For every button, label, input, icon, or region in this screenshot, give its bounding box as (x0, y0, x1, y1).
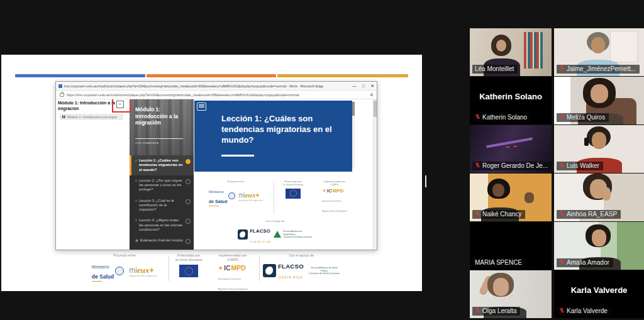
apoyo-label: Con el apoyo de (263, 253, 340, 258)
participant-tile-karla[interactable]: Karla Valverde Karla Valverde (554, 270, 644, 318)
slide-logos-block: Proyecto entre Ministerio de Salud (194, 180, 357, 245)
browser-urlbar[interactable]: https://lms.mcpmed-t.edu.au/mod/scorm/pl… (56, 91, 377, 99)
participant-display-name: Katherin Solano (470, 92, 552, 101)
edge-browser-window: lms.mcpmed-t.edu.au/mod/scorm/player.php… (55, 81, 377, 250)
participant-tile-jaime[interactable]: Jaime_JiménezPernett... (554, 28, 644, 76)
implementado-label: Implementado porICMPD (313, 180, 357, 187)
participant-name-label: Naiké Chancy (472, 210, 525, 219)
participant-name-label: Roger Gerardo De Je... (472, 162, 552, 170)
lock-icon (60, 93, 64, 97)
sco-icon: ❚❚ (62, 115, 65, 118)
slide-scrollbar[interactable] (352, 102, 355, 168)
lms-index-item-label: Módulo 1: Introducción a la migra... (67, 115, 119, 119)
lesson-item-4[interactable]: ≡ Lección 4: ¿Migran todas las personas … (130, 215, 194, 235)
participant-tile-ainhoa[interactable]: Ainhoa RA_EASP (554, 174, 644, 221)
lesson-icon: ≡ (135, 158, 137, 163)
course-header-photo: Módulo 1: Introducción a la migración 17… (130, 99, 194, 155)
participant-tile-maria[interactable]: MARIA SPENCE (470, 222, 552, 270)
ministerio-seal-icon (115, 267, 124, 275)
easp-logo: Escuela Andaluza de Salud Pública Consej… (274, 230, 312, 238)
participant-gallery: Léa Monteillet Jaime_JiménezPernett... K… (470, 28, 644, 320)
lesson-icon: ≡ (135, 199, 137, 203)
financiado-label: Financiado porla Unión Europea (279, 180, 308, 187)
url-text[interactable]: https://lms.mcpmed-t.edu.au/mod/scorm/pl… (67, 93, 370, 97)
participant-display-name: Karla Valverde (554, 285, 644, 295)
logo-divider (169, 256, 169, 281)
lesson-status-dot (186, 219, 191, 224)
easp-triangle-icon (274, 231, 281, 238)
implementado-label: Implementado porICMPD (209, 253, 257, 262)
muted-mic-icon (475, 211, 480, 218)
lesson-title: Lección 4: ¿Migran todas las personas en… (139, 218, 184, 232)
participant-name-label: Olga Leralta (472, 307, 520, 316)
participant-name-label: Meliza Quiros (557, 113, 609, 122)
lesson-item-2[interactable]: ≡ Lección 2: ¿Por qué migran las persona… (130, 175, 194, 196)
course-sidebar: Módulo 1: Introducción a la migración 17… (130, 99, 194, 250)
window-title: lms.mcpmed-t.edu.au/mod/scorm/player.php… (64, 84, 348, 88)
maximize-icon[interactable]: □ (362, 84, 365, 88)
muted-mic-icon (559, 307, 565, 315)
participant-tile-meliza[interactable]: Meliza Quiros (554, 77, 644, 124)
flacso-logo: FLACSOCOSTA RICA (238, 224, 271, 245)
browser-titlebar[interactable]: lms.mcpmed-t.edu.au/mod/scorm/player.php… (56, 82, 377, 91)
eu-flag-icon (286, 189, 301, 199)
lms-index-item[interactable]: ❚❚ Módulo 1: Introducción a la migra... (60, 114, 123, 120)
slide-footer-logos: Proyecto entre Ministerio de Salud mieux… (1, 253, 422, 290)
apoyo-label: Con el apoyo de (234, 219, 316, 223)
lesson-item-3[interactable]: ≡ Lección 3: ¿Cuál es la contribución de… (130, 196, 194, 216)
participant-name-label: Ainhoa RA_EASP (557, 210, 621, 219)
participant-tile-lea[interactable]: Léa Monteillet (470, 28, 552, 76)
muted-mic-icon (559, 65, 565, 73)
lesson-item-1[interactable]: ≡ Lección 1: ¿Cuáles son tendencias migr… (130, 155, 194, 175)
icmpd-logo: ✦ICMPD International Centre forMigration… (322, 189, 347, 214)
browser-scrollbar[interactable] (373, 99, 377, 250)
lesson-title: Lección 2: ¿Por qué migran las personas … (139, 179, 184, 192)
flacso-map-icon (263, 264, 276, 277)
participant-tile-amalia[interactable]: Amalia Amador (554, 222, 644, 270)
slide-underline (221, 155, 254, 157)
participant-name-label: Léa Monteillet (472, 65, 518, 74)
course-module-title: Módulo 1: Introducción a la migración (135, 106, 188, 126)
participant-tile-naike[interactable]: Naiké Chancy (470, 174, 552, 221)
logo-divider (274, 181, 274, 214)
muted-mic-icon (559, 162, 565, 170)
proyecto-label: Proyecto entre (203, 180, 269, 183)
financiado-label: Financiado porla Unión Europea (172, 253, 205, 262)
muted-mic-icon (475, 162, 480, 170)
participant-name-label: MARIA SPENCE (472, 258, 526, 267)
participant-tile-roger[interactable]: Roger Gerardo De Je... (470, 125, 552, 173)
participant-tile-luis[interactable]: Luis Walker (554, 125, 644, 173)
lms-index-panel: Módulo 1: Introducción a la migración ❚❚… (56, 99, 130, 250)
menu-icon[interactable] (197, 102, 206, 111)
participant-name-label: Luis Walker (557, 162, 603, 170)
slide-bar-orange (147, 74, 276, 77)
lesson-slide-area: Lección 1: ¿Cuáles son tendencias migrat… (194, 99, 372, 250)
ministerio-salud-logo: Ministerio de Salud (92, 260, 124, 282)
easp-logo: Escuela Andaluza de Salud PúblicaConseje… (309, 265, 340, 275)
close-icon[interactable]: ✕ (370, 84, 374, 88)
flacso-logo: FLACSOCOSTA RICA (263, 260, 304, 280)
minimize-icon[interactable]: — (352, 84, 357, 88)
lesson-status-dot (186, 239, 191, 244)
ministerio-seal-icon (228, 192, 235, 199)
slide-bar-blue (15, 74, 145, 77)
participant-tile-olga[interactable]: Olga Leralta (470, 270, 552, 318)
logo-divider (259, 256, 260, 281)
page-favicon (58, 84, 62, 88)
participant-name-label: Karla Valverde (557, 307, 611, 316)
lesson-item-eval[interactable]: ▣ Evaluación final del módulo (130, 235, 194, 247)
participant-name-label: Jaime_JiménezPernett... (557, 65, 640, 74)
mieux-logo: mieux+ migration EU expertise (129, 265, 157, 278)
muted-mic-icon (475, 307, 480, 315)
ministerio-salud-logo: Ministerio de Salud (209, 185, 235, 206)
lesson-icon: ≡ (135, 218, 137, 223)
participant-tile-katherin[interactable]: Katherin Solano Katherin Solano (470, 77, 552, 124)
lesson-status-dot (186, 159, 191, 164)
participant-name-label: Katherin Solano (472, 113, 531, 122)
scrollbar-artifact (425, 175, 426, 187)
lesson-title: Evaluación final del módulo (140, 238, 184, 243)
lesson-title-slide: Lección 1: ¿Cuáles son tendencias migrat… (194, 101, 352, 172)
icmpd-logo: ✦ICMPD International Centre forMigration… (218, 265, 248, 292)
lesson-icon: ≡ (135, 179, 137, 183)
read-aloud-icon[interactable]: A (370, 92, 373, 97)
